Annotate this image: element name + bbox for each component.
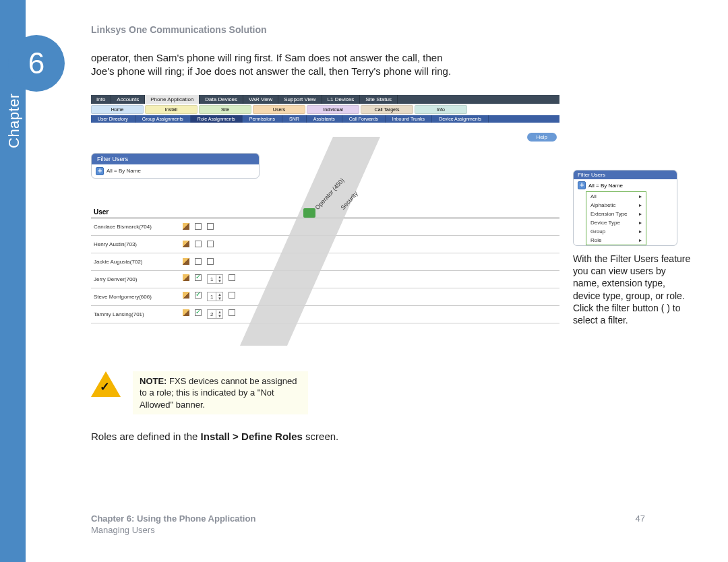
role-checkbox[interactable]	[195, 274, 202, 281]
footer-section: Managing Users	[91, 525, 698, 536]
filter-users-panel: Filter Users All = By Name	[91, 153, 260, 179]
user-name-cell: Candace Bismarck(704)	[91, 224, 179, 230]
primary-tab[interactable]: VAR View	[243, 95, 278, 104]
role-checkbox[interactable]	[229, 309, 235, 316]
role-checkbox[interactable]	[195, 309, 202, 316]
chapter-spine-label: Chapter	[5, 93, 23, 148]
edit-icon[interactable]	[183, 223, 189, 230]
filter-icon[interactable]	[96, 167, 104, 175]
note-label: NOTE:	[140, 376, 166, 386]
sub-tab[interactable]: Inbound Trunks	[386, 115, 432, 123]
primary-tab[interactable]: Phone Application	[145, 95, 200, 104]
chapter-number-badge: 6	[8, 35, 65, 92]
sub-tab-bar: User DirectoryGroup AssignmentsRole Assi…	[91, 115, 559, 123]
role-checkbox[interactable]	[229, 292, 235, 299]
section-pill[interactable]: Home	[91, 105, 144, 114]
table-row: Tammy Lansing(701)2▲▼	[91, 306, 559, 323]
filter-current-value-2: All = By Name	[588, 183, 623, 189]
section-pill[interactable]: Install	[145, 105, 198, 114]
edit-icon[interactable]	[183, 258, 189, 265]
section-pill[interactable]: Users	[253, 105, 305, 114]
filter-users-title: Filter Users	[92, 154, 259, 164]
sub-tab[interactable]: Group Assignments	[135, 115, 191, 123]
role-checkbox[interactable]	[207, 258, 214, 265]
filter-menu-item[interactable]: Extension Type▸	[586, 210, 646, 218]
role-checkbox[interactable]	[195, 241, 202, 247]
role-checkbox[interactable]	[195, 292, 202, 299]
filter-menu-item[interactable]: Role▸	[586, 236, 646, 245]
user-name-cell: Tammy Lansing(701)	[91, 311, 179, 317]
primary-tab[interactable]: Site Status	[360, 95, 398, 104]
filter-users-title-2: Filter Users	[574, 170, 677, 179]
table-row: Jerry Denver(700)1▲▼	[91, 271, 559, 288]
role-icon	[303, 208, 315, 218]
edit-icon[interactable]	[183, 241, 189, 247]
table-header-user: User	[91, 208, 179, 216]
primary-tab-bar: InfoAccountsPhone ApplicationData Device…	[91, 95, 559, 104]
footer-chapter: Chapter 6: Using the Phone Application	[91, 513, 698, 525]
sub-tab[interactable]: Device Assignments	[432, 115, 489, 123]
user-name-cell: Henry Austin(703)	[91, 241, 179, 247]
filter-menu-item[interactable]: Device Type▸	[586, 218, 646, 227]
sub-tab[interactable]: Permissions	[243, 115, 282, 123]
sub-tab[interactable]: User Directory	[91, 115, 135, 123]
section-pill[interactable]: Individual	[307, 105, 359, 114]
role-checkbox[interactable]	[229, 274, 235, 281]
filter-icon[interactable]	[578, 181, 586, 189]
roles-defined-sentence: Roles are defined in the Install > Defin…	[91, 431, 698, 442]
role-checkbox[interactable]	[207, 241, 214, 247]
primary-tab[interactable]: L1 Devices	[322, 95, 361, 104]
note-block: NOTE: FXS devices cannot be assigned to …	[91, 371, 455, 415]
sub-tab[interactable]: Call Forwards	[342, 115, 386, 123]
priority-stepper[interactable]: 1▲▼	[207, 292, 223, 301]
sub-tab[interactable]: SNR	[282, 115, 307, 123]
edit-icon[interactable]	[183, 274, 189, 281]
section-pill[interactable]: Call Targets	[361, 105, 413, 114]
body-paragraph: operator, then Sam's phone will ring fir…	[91, 51, 455, 79]
role-checkbox[interactable]	[195, 223, 202, 230]
table-row: Steve Montgomery(606)1▲▼	[91, 288, 559, 306]
role-checkbox[interactable]	[195, 258, 202, 265]
edit-icon[interactable]	[183, 292, 189, 299]
filter-menu[interactable]: All▸Alphabetic▸Extension Type▸Device Typ…	[586, 191, 646, 245]
filter-menu-item[interactable]: Alphabetic▸	[586, 201, 646, 210]
edit-icon[interactable]	[183, 309, 189, 316]
filter-current-value: All = By Name	[107, 168, 141, 174]
section-pill-bar: HomeInstallSiteUsersIndividualCall Targe…	[91, 104, 559, 115]
sub-tab[interactable]: Role Assignments	[191, 115, 243, 123]
footer-page-number: 47	[636, 513, 645, 525]
user-name-cell: Jackie Augusta(702)	[91, 259, 179, 265]
filter-explanation-sidebar: Filter Users All = By Name All▸Alphabeti…	[573, 170, 691, 326]
section-pill[interactable]: Site	[199, 105, 251, 114]
filter-menu-item[interactable]: All▸	[586, 192, 646, 201]
section-pill[interactable]: Info	[415, 105, 467, 114]
help-button[interactable]: Help	[527, 133, 557, 142]
user-name-cell: Steve Montgomery(606)	[91, 294, 179, 300]
user-name-cell: Jerry Denver(700)	[91, 276, 179, 282]
primary-tab[interactable]: Accounts	[111, 95, 145, 104]
primary-tab[interactable]: Info	[91, 95, 111, 104]
filter-explanation-text: With the Filter Users feature you can vi…	[573, 253, 691, 326]
priority-stepper[interactable]: 1▲▼	[207, 274, 223, 284]
primary-tab[interactable]: Data Devices	[200, 95, 243, 104]
sub-tab[interactable]: Assistants	[307, 115, 342, 123]
priority-stepper[interactable]: 2▲▼	[207, 309, 223, 319]
page-footer: Chapter 6: Using the Phone Application M…	[91, 513, 698, 536]
role-checkbox[interactable]	[207, 223, 214, 230]
primary-tab[interactable]: Support View	[278, 95, 322, 104]
filter-menu-item[interactable]: Group▸	[586, 227, 646, 236]
document-title: Linksys One Communications Solution	[91, 24, 698, 35]
filter-users-dropdown-sample: Filter Users All = By Name All▸Alphabeti…	[573, 170, 677, 246]
warning-icon	[91, 371, 121, 398]
